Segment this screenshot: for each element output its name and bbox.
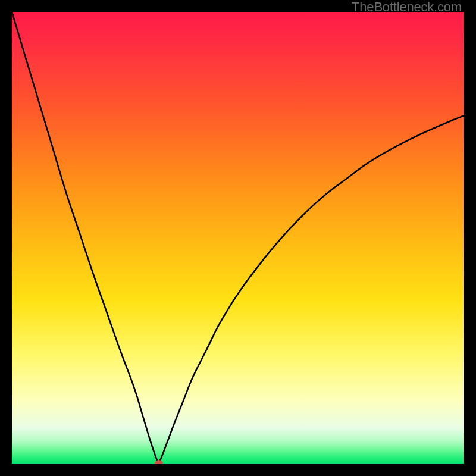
frame-bottom — [0, 464, 476, 476]
curve-left-branch — [12, 12, 159, 464]
plot-area — [12, 12, 464, 464]
curve-right-branch — [159, 116, 464, 464]
frame-left — [0, 0, 12, 476]
watermark-text: TheBottleneck.com — [352, 0, 462, 15]
frame-right — [464, 0, 476, 476]
chart-container: TheBottleneck.com — [0, 0, 476, 476]
bottleneck-curve — [12, 12, 464, 464]
